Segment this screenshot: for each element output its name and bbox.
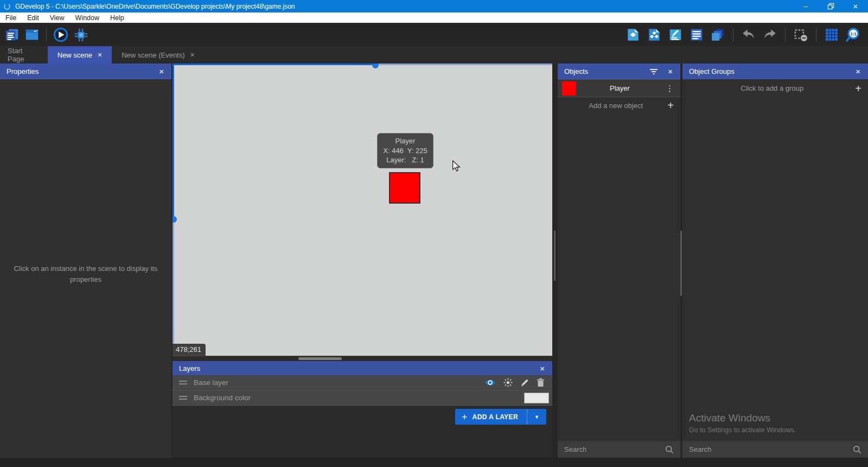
layer-row-base[interactable]: Base layer [173,375,552,390]
close-objects-icon[interactable]: × [667,67,674,76]
project-manager-button[interactable] [4,27,20,42]
close-object-groups-icon[interactable]: × [854,67,861,76]
object-groups-button[interactable] [647,27,662,42]
filter-icon[interactable] [649,68,658,75]
play-icon [53,27,68,43]
tab-close-icon[interactable]: × [98,51,102,59]
preview-button[interactable] [53,27,68,42]
objects-panel-scrollbar[interactable] [554,231,556,281]
instance-tooltip: Player X: 446 Y: 225 Layer: Z: 1 [377,133,433,168]
layer-row-background[interactable]: Background color [173,390,552,406]
add-layer-dropdown[interactable]: ▼ [527,409,546,425]
cursor-coordinates-badge: 478;261 [173,344,206,356]
start-page-window-icon [24,27,40,43]
objects-panel: Objects × Player ⋮ Add a new object + [558,64,680,458]
objects-panel-header: Objects × [558,64,680,79]
canvas-horizontal-scrollbar[interactable] [173,356,552,361]
tab-close-icon[interactable]: × [190,51,195,59]
tab-label: Start Page [8,47,38,63]
canvas-vscroll-handle[interactable] [173,216,177,223]
groups-panel-scrollbar[interactable] [680,231,682,296]
layer-name: Base layer [194,378,484,387]
visibility-eye-icon[interactable] [484,378,496,387]
search-icon [665,445,674,454]
background-color-swatch[interactable] [524,393,549,403]
menu-view[interactable]: View [44,12,70,23]
tab-new-scene[interactable]: New scene × [48,46,112,64]
chevron-down-icon: ▼ [534,414,539,420]
tab-start-page[interactable]: Start Page [0,46,46,64]
tooltip-layer: Layer: Z: 1 [379,155,432,165]
bottom-strip [0,458,868,467]
gdevelop-window: GDevelop 5 - C:\Users\Sparkle\OneDrive\D… [0,0,868,467]
object-menu-icon[interactable]: ⋮ [663,84,676,93]
menu-window[interactable]: Window [70,12,105,23]
toolbar-separator [816,28,816,42]
zoom-original-button[interactable]: 1:1 [845,27,860,42]
add-object-row[interactable]: Add a new object + [558,97,680,113]
object-name: Player [576,84,663,92]
layers-icon [711,28,725,42]
activate-windows-watermark: Activate Windows Go to Settings to activ… [689,412,796,434]
objects-panel-title: Objects [564,67,588,75]
instance-properties-button[interactable] [668,27,683,42]
toolbar-separator [46,28,47,42]
tab-label: New scene [58,51,92,59]
player-instance[interactable] [389,172,420,204]
search-icon [853,445,861,454]
clear-selection-button[interactable] [793,27,808,42]
add-layer-label: ADD A LAYER [473,413,518,421]
menu-file[interactable]: File [0,12,22,23]
scene-canvas[interactable]: Player X: 446 Y: 225 Layer: Z: 1 478;261 [173,64,552,356]
toggle-grid-button[interactable] [824,27,839,42]
window-title: GDevelop 5 - C:\Users\Sparkle\OneDrive\D… [15,3,295,10]
drag-handle-icon[interactable] [179,396,187,400]
object-groups-panel: Object Groups × Click to add a group + A… [682,64,868,458]
start-page-button[interactable] [24,27,40,42]
main-toolbar: 1:1 [0,23,868,46]
minimize-button[interactable]: – [793,0,818,12]
object-groups-panel-title: Object Groups [689,67,735,75]
redo-button[interactable] [762,27,777,42]
toolbar-separator [785,28,786,42]
objects-search-input[interactable] [564,445,665,453]
groups-search-bar [682,441,868,458]
close-button[interactable]: × [843,0,868,12]
restore-button[interactable] [818,0,843,12]
layers-editor-button[interactable] [710,27,725,42]
add-layer-main[interactable]: + ADD A LAYER [455,409,527,425]
delete-layer-trash-icon[interactable] [537,378,545,387]
scrollbar-thumb[interactable] [298,357,342,360]
object-groups-icon [647,28,661,42]
instance-properties-icon [668,28,682,42]
close-icon: × [853,2,858,11]
window-controls: – × [793,0,868,12]
objects-editor-button[interactable] [626,27,641,42]
drag-handle-icon[interactable] [179,381,187,384]
add-layer-button[interactable]: + ADD A LAYER ▼ [455,409,546,425]
svg-text:1:1: 1:1 [851,31,857,36]
groups-search-input[interactable] [689,445,853,453]
undo-button[interactable] [741,27,756,42]
canvas-hscroll-handle[interactable] [372,64,379,68]
instances-list-icon [690,28,704,42]
instances-list-button[interactable] [689,27,704,42]
add-group-row[interactable]: Click to add a group + [682,79,868,97]
menu-edit[interactable]: Edit [22,12,44,23]
object-row-player[interactable]: Player ⋮ [558,79,680,97]
watermark-subtitle: Go to Settings to activate Windows. [689,426,796,434]
grid-icon [825,28,839,42]
menu-help[interactable]: Help [105,12,130,23]
edit-layer-pencil-icon[interactable] [520,378,529,387]
close-layers-icon[interactable]: × [539,364,546,373]
layer-name: Background color [194,394,524,402]
layers-panel-header: Layers × [173,361,552,375]
debug-button[interactable] [73,27,88,42]
layer-effects-icon[interactable] [503,378,513,387]
toolbar-right-group: 1:1 [626,23,860,46]
watermark-title: Activate Windows [689,412,796,424]
undo-icon [742,28,756,42]
tab-new-scene-events[interactable]: New scene (Events) × [114,46,202,64]
toolbar-separator [733,28,733,42]
close-properties-icon[interactable]: × [158,67,165,76]
